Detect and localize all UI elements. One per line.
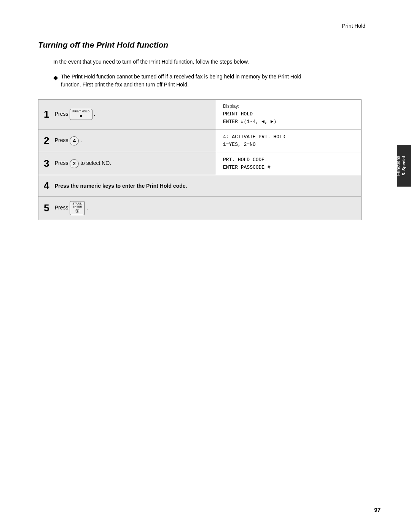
key-4-button: 4 <box>70 136 79 145</box>
step-1-left: 1 Press PRINT HOLD ● . <box>38 100 216 129</box>
bullet-note: ◆ The Print Hold function cannot be turn… <box>53 73 320 89</box>
header-right: Print Hold <box>30 23 381 29</box>
step-4-number: 4 <box>44 180 49 191</box>
side-tab-line1: 5. Special <box>401 156 406 176</box>
step-1-display-content: PRINT HOLD ENTER #(1-4, ◄, ►) <box>223 110 354 125</box>
step-1-display-line-1: PRINT HOLD <box>223 110 354 118</box>
table-row: 4 Press the numeric keys to enter the Pr… <box>38 175 362 197</box>
step-1-display-label: Display: <box>223 104 354 109</box>
page-number: 97 <box>374 506 381 513</box>
table-row: 3 Press 2 to select NO. PRT. HOLD CODE= … <box>38 152 362 175</box>
step-3-display-line-1: PRT. HOLD CODE= <box>223 156 354 164</box>
step-4-full: 4 Press the numeric keys to enter the Pr… <box>38 175 362 197</box>
step-3-right: PRT. HOLD CODE= ENTER PASSCODE # <box>216 152 361 175</box>
bullet-note-text: The Print Hold function cannot be turned… <box>61 73 320 89</box>
section-title: Turning off the Print Hold function <box>38 40 381 50</box>
print-hold-key-button: PRINT HOLD ● <box>70 109 92 120</box>
steps-table: 1 Press PRINT HOLD ● . Display: PRINT HO… <box>38 99 362 220</box>
step-4-action: Press the numeric keys to enter the Prin… <box>55 183 187 189</box>
step-5-full: 5 Press START/ENTER ◎ . <box>38 197 362 220</box>
step-2-left: 2 Press 4 . <box>38 129 216 152</box>
start-enter-key-button: START/ENTER ◎ <box>70 201 85 215</box>
step-3-action: Press 2 to select NO. <box>55 160 112 166</box>
step-3-action-middle: to select NO. <box>80 160 111 166</box>
table-row: 2 Press 4 . 4: ACTIVATE PRT. HOLD 1=YES,… <box>38 129 362 152</box>
side-tab-line2: Functions <box>396 156 400 176</box>
steps-wrapper: 1 Press PRINT HOLD ● . Display: PRINT HO… <box>38 99 362 220</box>
start-enter-label: START/ENTER <box>72 202 82 208</box>
step-5-action: Press START/ENTER ◎ . <box>55 204 88 211</box>
side-tab: 5. Special Functions <box>397 145 411 187</box>
table-row: 1 Press PRINT HOLD ● . Display: PRINT HO… <box>38 100 362 129</box>
table-row: 5 Press START/ENTER ◎ . <box>38 197 362 220</box>
step-3-left: 3 Press 2 to select NO. <box>38 152 216 175</box>
step-5-number: 5 <box>44 202 49 214</box>
step-2-number: 2 <box>44 135 49 146</box>
step-4-action-text: Press the numeric keys to enter the Prin… <box>55 183 187 189</box>
step-2-right: 4: ACTIVATE PRT. HOLD 1=YES, 2=NO <box>216 129 361 152</box>
key-2-button: 2 <box>70 159 79 168</box>
step-1-number: 1 <box>44 109 49 120</box>
step-3-display-content: PRT. HOLD CODE= ENTER PASSCODE # <box>223 156 354 171</box>
intro-text: In the event that you need to turn off t… <box>53 58 320 66</box>
step-1-action: Press PRINT HOLD ● . <box>55 111 96 117</box>
bullet-diamond-icon: ◆ <box>53 73 58 89</box>
side-tab-text: 5. Special Functions <box>395 156 411 176</box>
button-symbol: ● <box>72 113 89 119</box>
page-container: Print Hold Turning off the Print Hold fu… <box>0 0 411 532</box>
button-top-label: PRINT HOLD <box>72 110 89 113</box>
start-enter-symbol: ◎ <box>72 208 82 214</box>
step-2-display-line-2: 1=YES, 2=NO <box>223 141 354 149</box>
header-print-hold: Print Hold <box>342 23 365 29</box>
step-2-action: Press 4 . <box>55 137 82 143</box>
step-1-display-line-2: ENTER #(1-4, ◄, ►) <box>223 118 354 126</box>
step-1-right: Display: PRINT HOLD ENTER #(1-4, ◄, ►) <box>216 100 361 129</box>
step-2-display-line-1: 4: ACTIVATE PRT. HOLD <box>223 133 354 141</box>
step-3-display-line-2: ENTER PASSCODE # <box>223 164 354 171</box>
step-3-number: 3 <box>44 158 49 169</box>
step-2-display-content: 4: ACTIVATE PRT. HOLD 1=YES, 2=NO <box>223 133 354 148</box>
